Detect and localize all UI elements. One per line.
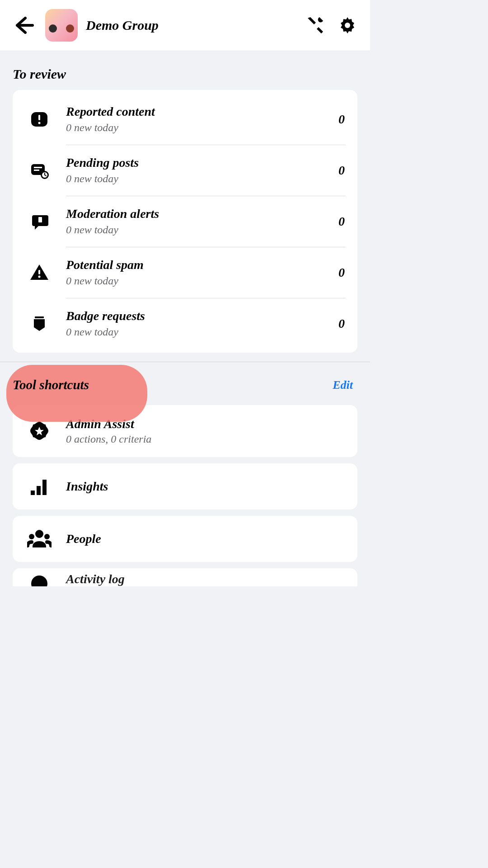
edit-link[interactable]: Edit [333, 378, 353, 392]
tool-item-title: Activity log [66, 572, 357, 586]
people-icon [27, 528, 52, 550]
tool-item-title: People [66, 532, 357, 546]
review-item-count: 0 [338, 316, 357, 331]
group-avatar[interactable] [45, 9, 78, 42]
tool-item-insights[interactable]: Insights [13, 463, 357, 509]
review-item-subtitle: 0 new today [66, 326, 338, 338]
review-item-title: Potential spam [66, 258, 338, 272]
back-button[interactable] [13, 14, 34, 36]
activity-log-icon [29, 574, 49, 586]
tool-item-subtitle: 0 actions, 0 criteria [66, 433, 357, 445]
review-item-badge-requests[interactable]: Badge requests 0 new today 0 [13, 298, 357, 349]
svg-rect-10 [38, 270, 40, 274]
svg-point-3 [38, 122, 41, 124]
review-item-moderation-alerts[interactable]: Moderation alerts 0 new today 0 [13, 196, 357, 247]
svg-point-11 [38, 275, 41, 278]
pending-posts-icon [29, 160, 49, 180]
review-item-count: 0 [338, 112, 357, 127]
tool-shortcuts-heading: Tool shortcuts [13, 377, 89, 392]
to-review-card: Reported content 0 new today 0 Pending p… [13, 90, 357, 353]
review-item-title: Badge requests [66, 309, 338, 323]
tool-item-people[interactable]: People [13, 516, 357, 562]
speech-flag-icon [29, 212, 49, 231]
svg-point-19 [44, 534, 50, 539]
svg-rect-9 [38, 217, 42, 222]
svg-point-18 [29, 534, 34, 539]
group-title[interactable]: Demo Group [86, 18, 305, 33]
review-item-potential-spam[interactable]: Potential spam 0 new today 0 [13, 247, 357, 298]
review-item-reported-content[interactable]: Reported content 0 new today 0 [13, 94, 357, 145]
svg-point-20 [31, 576, 47, 586]
review-item-title: Moderation alerts [66, 207, 338, 221]
svg-point-0 [345, 23, 350, 28]
insights-bar-icon [28, 475, 51, 498]
svg-rect-5 [34, 167, 42, 168]
wrench-screwdriver-icon [305, 15, 325, 35]
review-item-subtitle: 0 new today [66, 173, 338, 185]
tool-item-activity-log[interactable]: Activity log [13, 568, 357, 586]
arrow-left-icon [13, 14, 34, 36]
svg-rect-12 [35, 316, 44, 318]
svg-point-17 [35, 530, 43, 538]
review-item-subtitle: 0 new today [66, 122, 338, 134]
app-header: Demo Group [0, 0, 370, 51]
svg-rect-14 [31, 491, 35, 495]
badge-icon [29, 314, 49, 334]
review-item-count: 0 [338, 163, 357, 178]
warning-triangle-icon [29, 263, 49, 283]
to-review-heading: To review [0, 51, 370, 90]
review-item-pending-posts[interactable]: Pending posts 0 new today 0 [13, 145, 357, 196]
exclamation-square-icon [29, 109, 49, 129]
admin-assist-icon [28, 420, 51, 443]
tool-item-title: Insights [66, 479, 357, 494]
review-item-count: 0 [338, 214, 357, 229]
review-item-count: 0 [338, 265, 357, 280]
review-item-subtitle: 0 new today [66, 275, 338, 287]
gear-icon [338, 15, 357, 35]
tools-button[interactable] [305, 15, 325, 35]
settings-button[interactable] [338, 15, 357, 35]
tool-shortcuts-header: Tool shortcuts Edit [0, 362, 370, 405]
review-item-title: Reported content [66, 104, 338, 119]
svg-rect-15 [37, 486, 41, 495]
svg-rect-2 [38, 115, 40, 120]
highlight-annotation [6, 365, 147, 422]
svg-rect-6 [34, 170, 39, 171]
svg-rect-16 [42, 480, 47, 495]
review-item-subtitle: 0 new today [66, 224, 338, 236]
review-item-title: Pending posts [66, 156, 338, 170]
